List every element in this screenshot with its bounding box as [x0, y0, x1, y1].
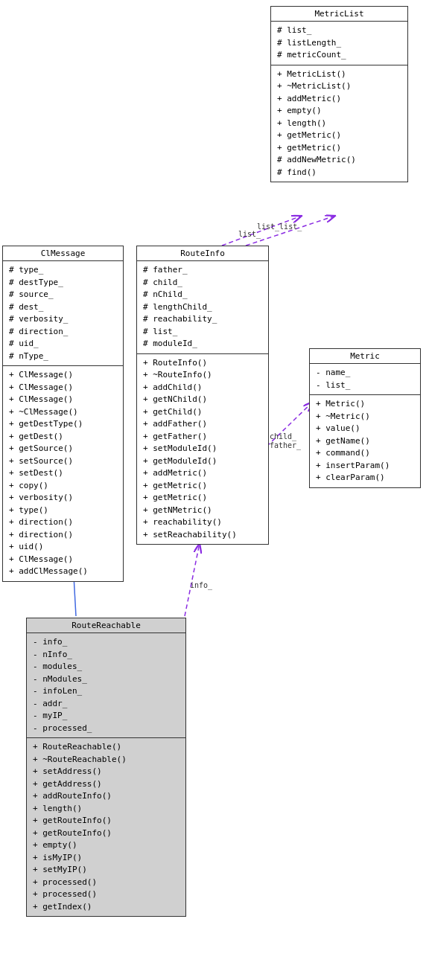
class-title-MetricList: MetricList	[271, 7, 407, 22]
svg-text:list_list_: list_list_	[257, 222, 302, 231]
svg-text:list_: list_	[238, 230, 261, 239]
svg-text:info_: info_	[190, 581, 213, 590]
class-methods-Metric: + Metric() + ~Metric() + value() + getNa…	[310, 395, 420, 487]
class-methods-MetricList: + MetricList() + ~MetricList() + addMetr…	[271, 65, 407, 182]
class-Metric: Metric - name_ - list_ + Metric() + ~Met…	[309, 348, 421, 488]
class-ClMessage: ClMessage # type_ # destType_ # source_ …	[2, 246, 124, 582]
class-RouteInfo: RouteInfo # father_ # child_ # nChild_ #…	[136, 246, 269, 545]
svg-text:father_: father_	[270, 441, 302, 450]
diagram-container: list_ list_list_ child_ father_ info_ Me…	[0, 0, 429, 980]
class-attributes-Metric: - name_ - list_	[310, 364, 420, 395]
class-title-RouteReachable: RouteReachable	[27, 618, 185, 633]
class-attributes-ClMessage: # type_ # destType_ # source_ # dest_ # …	[3, 261, 123, 366]
class-title-ClMessage: ClMessage	[3, 246, 123, 261]
class-methods-ClMessage: + ClMessage() + ClMessage() + ClMessage(…	[3, 366, 123, 581]
class-MetricList: MetricList # list_ # listLength_ # metri…	[270, 6, 408, 182]
class-attributes-RouteInfo: # father_ # child_ # nChild_ # lengthChi…	[137, 261, 268, 354]
svg-line-8	[185, 543, 200, 616]
class-methods-RouteReachable: + RouteReachable() + ~RouteReachable() +…	[27, 738, 185, 916]
svg-line-1	[222, 216, 302, 246]
svg-text:child_: child_	[270, 432, 297, 441]
svg-line-3	[246, 216, 335, 246]
class-methods-RouteInfo: + RouteInfo() + ~RouteInfo() + addChild(…	[137, 354, 268, 545]
class-attributes-RouteReachable: - info_ - nInfo_ - modules_ - nModules_ …	[27, 633, 185, 738]
class-title-Metric: Metric	[310, 349, 420, 364]
svg-line-5	[267, 402, 313, 446]
class-attributes-MetricList: # list_ # listLength_ # metricCount_	[271, 22, 407, 65]
class-RouteReachable: RouteReachable - info_ - nInfo_ - module…	[26, 618, 186, 917]
class-title-RouteInfo: RouteInfo	[137, 246, 268, 261]
